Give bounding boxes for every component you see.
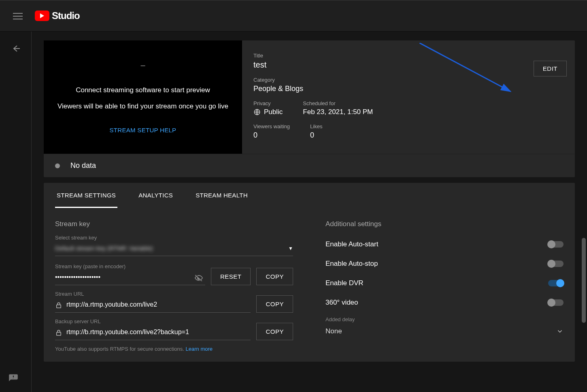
studio-logo[interactable]: Studio	[35, 10, 80, 21]
stream-key-field-label: Stream key (paste in encoder)	[55, 263, 205, 269]
category-label: Category	[253, 77, 575, 83]
auto-stop-label: Enable Auto-stop	[325, 260, 378, 268]
stream-meta: EDIT Title test Category People & Blogs …	[253, 40, 575, 154]
tab-stream-settings[interactable]: STREAM SETTINGS	[55, 183, 117, 208]
visibility-off-icon[interactable]	[194, 273, 204, 282]
reset-stream-key-button[interactable]: RESET	[211, 268, 251, 285]
dvr-label: Enable DVR	[325, 279, 364, 287]
tabs: STREAM SETTINGS ANALYTICS STREAM HEALTH	[44, 183, 575, 208]
dvr-toggle[interactable]	[548, 280, 564, 286]
stream-setup-help-link[interactable]: STREAM SETUP HELP	[110, 127, 177, 133]
stream-url-input[interactable]	[55, 299, 251, 309]
tab-stream-health[interactable]: STREAM HEALTH	[194, 183, 249, 208]
additional-settings-section: Additional settings Enable Auto-start En…	[325, 220, 564, 345]
additional-settings-title: Additional settings	[325, 220, 564, 228]
stream-hero-card: – Connect streaming software to start pr…	[44, 40, 575, 177]
select-stream-key-label: Select stream key	[55, 235, 293, 241]
video360-toggle[interactable]	[548, 299, 564, 306]
title-label: Title	[253, 53, 575, 59]
settings-card: STREAM SETTINGS ANALYTICS STREAM HEALTH …	[44, 183, 575, 362]
category-value: People & Blogs	[253, 85, 575, 93]
lock-icon	[55, 302, 62, 309]
select-stream-key-value: Default stream key (RTMP, Variable)	[55, 245, 153, 252]
privacy-value: Public	[253, 108, 283, 116]
auto-stop-toggle[interactable]	[548, 261, 564, 267]
edit-button[interactable]: EDIT	[534, 61, 567, 76]
tab-analytics[interactable]: ANALYTICS	[137, 183, 174, 208]
svg-rect-1	[57, 305, 61, 308]
main-content: – Connect streaming software to start pr…	[32, 32, 587, 392]
topbar: Studio	[0, 0, 587, 32]
backup-url-label: Backup server URL	[55, 318, 251, 324]
preview-dash: –	[140, 61, 145, 70]
likes-value: 0	[310, 131, 322, 140]
stream-key-title: Stream key	[55, 220, 293, 228]
scheduled-value: Feb 23, 2021, 1:50 PM	[303, 108, 373, 116]
back-arrow-icon[interactable]	[11, 44, 21, 53]
status-dot-icon	[55, 163, 60, 168]
svg-rect-2	[57, 333, 61, 336]
select-stream-key-dropdown[interactable]: Default stream key (RTMP, Variable) ▼	[55, 242, 293, 256]
stream-url-input-wrap: Stream URL	[55, 291, 251, 313]
stream-url-label: Stream URL	[55, 291, 251, 297]
title-value: test	[253, 60, 575, 70]
rtmps-footnote: YouTube also supports RTMPS for secure c…	[55, 346, 293, 352]
youtube-play-icon	[35, 11, 49, 21]
stream-key-input-wrap: Stream key (paste in encoder)	[55, 263, 205, 285]
chevron-down-icon: ▼	[288, 246, 293, 251]
feedback-icon[interactable]	[8, 373, 19, 384]
lock-icon	[55, 329, 62, 337]
status-text: No data	[70, 161, 96, 170]
stream-key-section: Stream key Select stream key Default str…	[55, 220, 293, 345]
status-bar: No data	[44, 154, 575, 177]
brand-name: Studio	[52, 10, 80, 21]
preview-line1: Connect streaming software to start prev…	[76, 86, 210, 94]
added-delay-dropdown[interactable]: None	[325, 324, 564, 335]
copy-stream-url-button[interactable]: COPY	[256, 295, 293, 313]
hamburger-menu-icon[interactable]	[13, 11, 23, 21]
added-delay-label: Added delay	[325, 316, 564, 322]
learn-more-link[interactable]: Learn more	[186, 346, 213, 352]
scheduled-label: Scheduled for	[303, 100, 373, 106]
video360-label: 360° video	[325, 299, 358, 307]
likes-label: Likes	[310, 123, 322, 129]
viewers-label: Viewers waiting	[253, 123, 290, 129]
stream-key-input[interactable]	[55, 271, 205, 282]
auto-start-toggle[interactable]	[548, 241, 564, 248]
preview-placeholder: – Connect streaming software to start pr…	[44, 40, 242, 154]
added-delay-value: None	[325, 327, 342, 335]
auto-start-label: Enable Auto-start	[325, 240, 378, 248]
copy-stream-key-button[interactable]: COPY	[256, 268, 293, 285]
scrollbar[interactable]	[582, 238, 586, 323]
viewers-value: 0	[253, 131, 290, 140]
globe-icon	[253, 108, 261, 116]
chevron-down-icon	[556, 328, 564, 335]
privacy-label: Privacy	[253, 100, 283, 106]
copy-backup-url-button[interactable]: COPY	[256, 323, 293, 340]
backup-url-input[interactable]	[55, 326, 251, 337]
left-rail	[0, 32, 32, 392]
preview-line2: Viewers will be able to find your stream…	[57, 102, 228, 110]
backup-url-input-wrap: Backup server URL	[55, 318, 251, 340]
